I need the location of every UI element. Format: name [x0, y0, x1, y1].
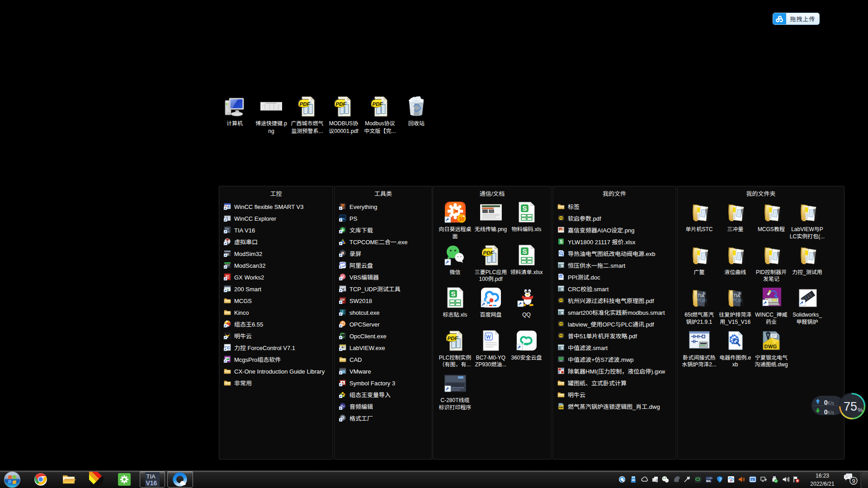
svg-text:V16: V16 [146, 479, 157, 487]
svg-text:DWG: DWG [559, 407, 564, 409]
svg-text:75: 75 [844, 397, 857, 414]
svg-text:MA: MA [706, 479, 711, 483]
svg-text:PDF: PDF [559, 299, 563, 302]
svg-text:S: S [560, 239, 563, 244]
svg-text:PDF: PDF [559, 217, 563, 219]
svg-text:PDF: PDF [559, 322, 563, 325]
svg-text:%: % [858, 405, 863, 414]
svg-text:PDF: PDF [559, 334, 563, 337]
svg-text:五: 五 [751, 479, 754, 481]
svg-text:9: 9 [852, 478, 855, 484]
